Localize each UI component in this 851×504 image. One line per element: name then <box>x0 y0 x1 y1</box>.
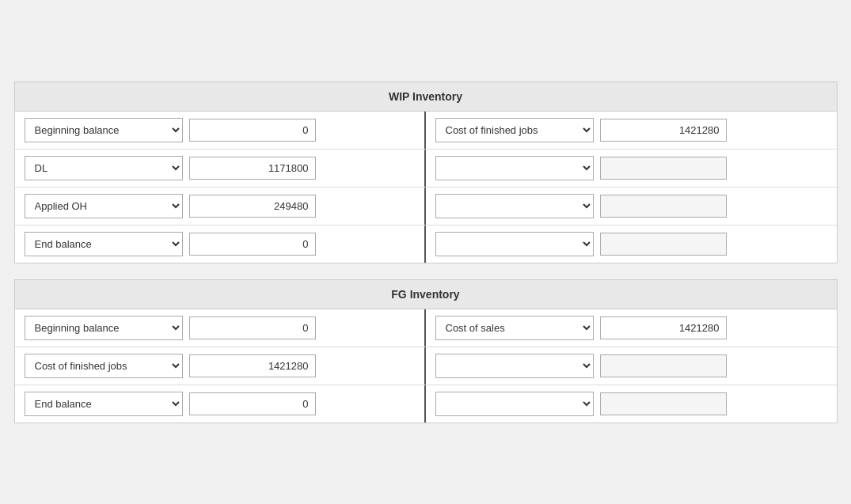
page-container: WIP Inventory Beginning balanceDLApplied… <box>14 66 838 439</box>
left-value-input[interactable] <box>189 354 316 377</box>
table-row: Beginning balanceDLApplied OHEnd balance… <box>15 309 837 347</box>
left-value-input[interactable] <box>189 233 316 256</box>
right-cell: Cost of finished jobsCost of sales <box>426 347 837 385</box>
right-cell: Cost of finished jobsCost of sales <box>426 309 837 347</box>
left-value-input[interactable] <box>189 316 316 339</box>
left-value-input[interactable] <box>189 195 316 218</box>
left-cell: Beginning balanceDLApplied OHEnd balance… <box>15 309 426 347</box>
right-label-select[interactable]: Cost of finished jobsCost of sales <box>435 354 594 378</box>
right-cell: Cost of finished jobsCost of sales <box>426 385 837 423</box>
table-row: Beginning balanceDLApplied OHEnd balance… <box>15 347 837 385</box>
wip-title: WIP Inventory <box>15 82 837 112</box>
fg-inventory-section: FG Inventory Beginning balanceDLApplied … <box>14 279 838 423</box>
left-cell: Beginning balanceDLApplied OHEnd balance… <box>15 112 426 149</box>
left-label-select[interactable]: Beginning balanceDLApplied OHEnd balance… <box>25 156 183 180</box>
right-label-select[interactable]: Cost of finished jobsCost of sales <box>435 194 594 218</box>
right-value-input[interactable] <box>600 157 727 180</box>
wip-inventory-section: WIP Inventory Beginning balanceDLApplied… <box>14 81 838 263</box>
table-row: Beginning balanceDLApplied OHEnd balance… <box>15 150 837 188</box>
table-row: Beginning balanceDLApplied OHEnd balance… <box>15 112 837 150</box>
left-cell: Beginning balanceDLApplied OHEnd balance… <box>15 347 426 385</box>
left-label-select[interactable]: Beginning balanceDLApplied OHEnd balance… <box>25 232 183 256</box>
left-label-select[interactable]: Beginning balanceDLApplied OHEnd balance… <box>25 354 183 378</box>
table-row: Beginning balanceDLApplied OHEnd balance… <box>15 385 837 423</box>
table-row: Beginning balanceDLApplied OHEnd balance… <box>15 188 837 225</box>
right-label-select[interactable]: Cost of finished jobsCost of sales <box>435 392 594 416</box>
left-cell: Beginning balanceDLApplied OHEnd balance… <box>15 385 426 423</box>
right-value-input[interactable] <box>600 195 727 218</box>
right-cell: Cost of finished jobsCost of sales <box>426 150 837 187</box>
right-label-select[interactable]: Cost of finished jobsCost of sales <box>435 232 594 256</box>
left-label-select[interactable]: Beginning balanceDLApplied OHEnd balance… <box>25 194 183 218</box>
right-label-select[interactable]: Cost of finished jobsCost of sales <box>435 316 594 340</box>
right-value-input[interactable] <box>600 119 727 142</box>
left-cell: Beginning balanceDLApplied OHEnd balance… <box>15 225 426 263</box>
fg-title: FG Inventory <box>15 280 837 309</box>
left-cell: Beginning balanceDLApplied OHEnd balance… <box>15 188 426 225</box>
right-cell: Cost of finished jobsCost of sales <box>426 112 837 149</box>
right-cell: Cost of finished jobsCost of sales <box>426 188 837 225</box>
fg-body: Beginning balanceDLApplied OHEnd balance… <box>15 309 837 423</box>
right-label-select[interactable]: Cost of finished jobsCost of sales <box>435 118 594 142</box>
left-value-input[interactable] <box>189 392 316 415</box>
left-label-select[interactable]: Beginning balanceDLApplied OHEnd balance… <box>25 118 183 142</box>
left-value-input[interactable] <box>189 157 316 180</box>
right-cell: Cost of finished jobsCost of sales <box>426 225 837 263</box>
wip-body: Beginning balanceDLApplied OHEnd balance… <box>15 112 837 263</box>
right-value-input[interactable] <box>600 392 727 415</box>
left-label-select[interactable]: Beginning balanceDLApplied OHEnd balance… <box>25 392 183 416</box>
right-value-input[interactable] <box>600 233 727 256</box>
table-row: Beginning balanceDLApplied OHEnd balance… <box>15 225 837 263</box>
right-label-select[interactable]: Cost of finished jobsCost of sales <box>435 156 594 180</box>
left-label-select[interactable]: Beginning balanceDLApplied OHEnd balance… <box>25 316 183 340</box>
left-value-input[interactable] <box>189 119 316 142</box>
left-cell: Beginning balanceDLApplied OHEnd balance… <box>15 150 426 187</box>
right-value-input[interactable] <box>600 354 727 377</box>
right-value-input[interactable] <box>600 316 727 339</box>
